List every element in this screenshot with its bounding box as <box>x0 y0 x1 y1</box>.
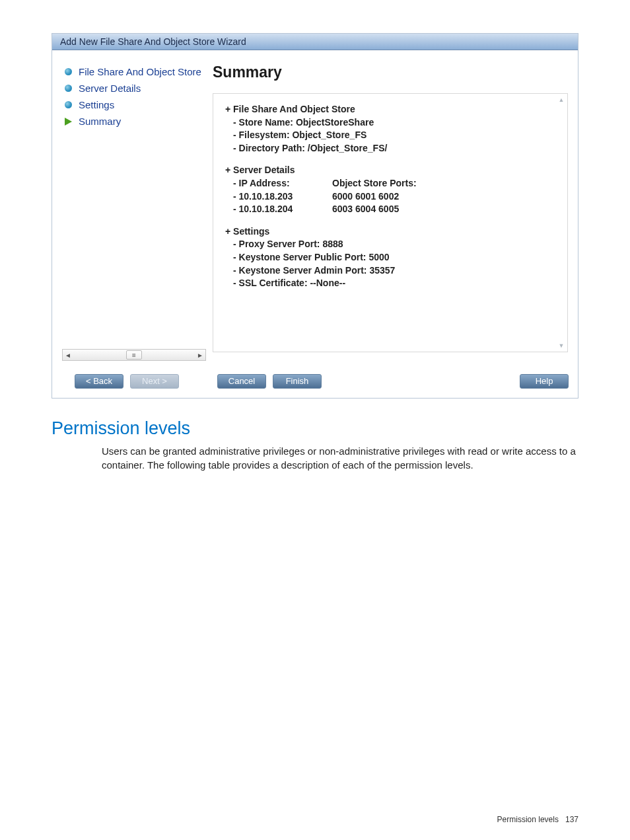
nav-hscrollbar[interactable]: ◄ ≡ ► <box>62 349 206 361</box>
scroll-down-icon[interactable]: ▼ <box>555 340 567 352</box>
summary-vscrollbar[interactable]: ▲ ▼ <box>555 94 567 352</box>
nav-label: Server Details <box>79 83 141 94</box>
next-button: Next > <box>130 374 179 389</box>
section-title: + Settings <box>225 225 555 239</box>
step-done-icon <box>65 68 72 75</box>
help-button[interactable]: Help <box>520 374 569 389</box>
scroll-thumb[interactable]: ≡ <box>126 350 142 360</box>
ssl-certificate: - SSL Certificate: --None-- <box>233 277 555 290</box>
step-done-icon <box>65 85 72 92</box>
nav-item-file-share[interactable]: File Share And Object Store <box>65 63 206 80</box>
finish-button[interactable]: Finish <box>273 374 322 389</box>
wizard-title: Add New File Share And Object Store Wiza… <box>60 36 246 47</box>
ip-value: - 10.10.18.204 <box>233 203 332 216</box>
section-file-share: + File Share And Object Store - Store Na… <box>225 103 555 155</box>
nav-label: Settings <box>79 99 114 110</box>
keystone-public-port: - Keystone Server Public Port: 5000 <box>233 251 555 264</box>
page-footer: Permission levels 137 <box>497 815 578 824</box>
wizard-nav: File Share And Object Store Server Detai… <box>62 63 206 361</box>
footer-page-number: 137 <box>565 815 578 824</box>
wizard-button-row: < Back Next > Cancel Finish Help <box>52 367 578 398</box>
doc-body-text: Users can be granted administrative priv… <box>52 444 578 472</box>
ports-value: 6000 6001 6002 <box>332 190 399 204</box>
wizard-content: Summary + File Share And Object Store - … <box>206 63 568 361</box>
wizard-dialog: Add New File Share And Object Store Wiza… <box>52 33 578 399</box>
scroll-up-icon[interactable]: ▲ <box>555 94 567 106</box>
section-server-details: + Server Details - IP Address: Object St… <box>225 164 555 215</box>
ip-address-label: - IP Address: <box>233 177 332 190</box>
back-button[interactable]: < Back <box>75 374 123 389</box>
step-done-icon <box>65 101 72 108</box>
nav-label: Summary <box>79 116 121 127</box>
section-title: + File Share And Object Store <box>225 103 555 116</box>
summary-panel: + File Share And Object Store - Store Na… <box>213 93 568 352</box>
step-current-icon <box>65 118 72 126</box>
filesystem: - Filesystem: Object_Store_FS <box>233 129 555 142</box>
nav-item-settings[interactable]: Settings <box>65 96 206 113</box>
nav-label: File Share And Object Store <box>79 66 201 77</box>
cancel-button[interactable]: Cancel <box>217 374 266 389</box>
footer-label: Permission levels <box>497 815 559 824</box>
scroll-left-icon[interactable]: ◄ <box>63 352 73 359</box>
nav-item-summary[interactable]: Summary <box>65 113 206 130</box>
section-title: + Server Details <box>225 164 555 177</box>
store-name: - Store Name: ObjectStoreShare <box>233 116 555 130</box>
ports-label: Object Store Ports: <box>332 177 417 190</box>
ip-value: - 10.10.18.203 <box>233 190 332 204</box>
doc-section-heading: Permission levels <box>52 418 578 439</box>
scroll-right-icon[interactable]: ► <box>195 352 205 359</box>
nav-item-server-details[interactable]: Server Details <box>65 80 206 96</box>
proxy-port: - Proxy Server Port: 8888 <box>233 238 555 251</box>
keystone-admin-port: - Keystone Server Admin Port: 35357 <box>233 264 555 278</box>
directory-path: - Directory Path: /Object_Store_FS/ <box>233 142 555 155</box>
ports-value: 6003 6004 6005 <box>332 203 399 216</box>
wizard-titlebar: Add New File Share And Object Store Wiza… <box>52 34 578 50</box>
section-settings: + Settings - Proxy Server Port: 8888 - K… <box>225 225 555 290</box>
content-heading: Summary <box>213 63 568 81</box>
